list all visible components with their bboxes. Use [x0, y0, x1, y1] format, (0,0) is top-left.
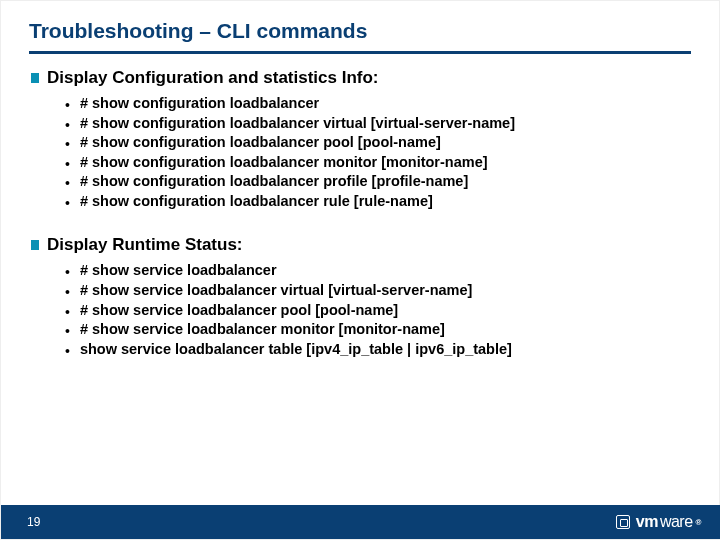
slide: Troubleshooting – CLI commands Display C… [0, 0, 720, 540]
item-text: # show configuration loadbalancer virtua… [80, 114, 515, 134]
title-divider [29, 51, 691, 54]
vmware-logo: vmware® [616, 513, 701, 531]
logo-text-vm: vm [636, 513, 658, 531]
section-title: Display Runtime Status: [47, 235, 243, 255]
list-item: •# show service loadbalancer virtual [vi… [65, 281, 691, 301]
slide-title: Troubleshooting – CLI commands [29, 19, 691, 49]
page-number: 19 [27, 515, 40, 529]
bullet-icon: • [65, 137, 70, 151]
bullet-icon: • [65, 305, 70, 319]
item-text: # show configuration loadbalancer pool [… [80, 133, 441, 153]
item-text: show service loadbalancer table [ipv4_ip… [80, 340, 512, 360]
bullet-icon: • [65, 324, 70, 338]
list-item: •# show configuration loadbalancer rule … [65, 192, 691, 212]
bullet-icon: • [65, 285, 70, 299]
square-bullet-icon [31, 240, 39, 250]
item-text: # show configuration loadbalancer rule [… [80, 192, 433, 212]
item-text: # show configuration loadbalancer profil… [80, 172, 468, 192]
item-text: # show service loadbalancer virtual [vir… [80, 281, 472, 301]
bullet-icon: • [65, 98, 70, 112]
bullet-icon: • [65, 176, 70, 190]
logo-box-icon [616, 515, 630, 529]
item-list: •# show configuration loadbalancer •# sh… [65, 94, 691, 211]
bullet-icon: • [65, 265, 70, 279]
list-item: •# show configuration loadbalancer pool … [65, 133, 691, 153]
section-title: Display Configuration and statistics Inf… [47, 68, 379, 88]
list-item: •# show configuration loadbalancer monit… [65, 153, 691, 173]
item-text: # show service loadbalancer [80, 261, 277, 281]
list-item: •# show service loadbalancer monitor [mo… [65, 320, 691, 340]
bullet-icon: • [65, 196, 70, 210]
bullet-icon: • [65, 344, 70, 358]
section-runtime: Display Runtime Status: •# show service … [31, 235, 691, 359]
list-item: •# show configuration loadbalancer virtu… [65, 114, 691, 134]
section-config: Display Configuration and statistics Inf… [31, 68, 691, 211]
bullet-icon: • [65, 157, 70, 171]
logo-registered: ® [696, 518, 701, 527]
list-item: •# show service loadbalancer [65, 261, 691, 281]
item-text: # show configuration loadbalancer [80, 94, 319, 114]
item-text: # show configuration loadbalancer monito… [80, 153, 488, 173]
square-bullet-icon [31, 73, 39, 83]
footer-bar: 19 vmware® [1, 505, 720, 539]
section-head: Display Runtime Status: [31, 235, 691, 255]
list-item: •# show configuration loadbalancer profi… [65, 172, 691, 192]
item-text: # show service loadbalancer monitor [mon… [80, 320, 445, 340]
bullet-icon: • [65, 118, 70, 132]
list-item: •# show configuration loadbalancer [65, 94, 691, 114]
logo-text-ware: ware [660, 513, 693, 531]
item-text: # show service loadbalancer pool [pool-n… [80, 301, 398, 321]
list-item: •# show service loadbalancer pool [pool-… [65, 301, 691, 321]
section-head: Display Configuration and statistics Inf… [31, 68, 691, 88]
list-item: •show service loadbalancer table [ipv4_i… [65, 340, 691, 360]
item-list: •# show service loadbalancer •# show ser… [65, 261, 691, 359]
